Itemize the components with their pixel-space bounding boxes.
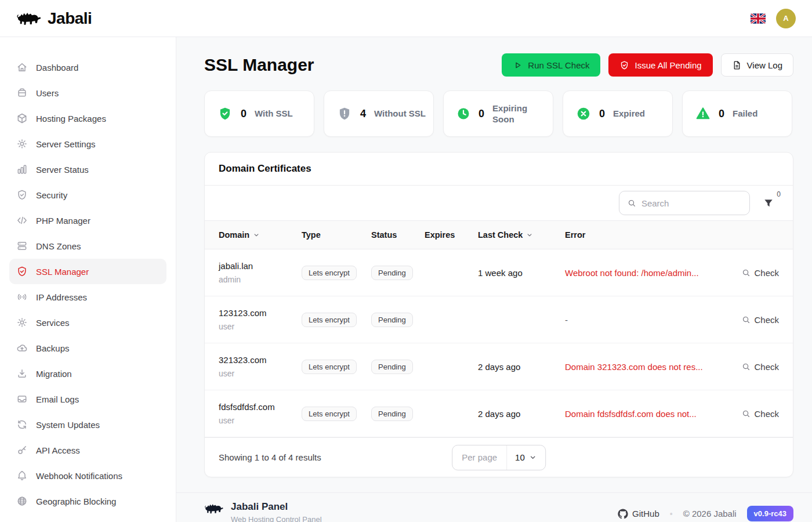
sidebar-item-webhook-notifications[interactable]: Webhook Notifications [9, 463, 166, 488]
sidebar-item-users[interactable]: Users [9, 80, 166, 106]
column-header-status: Status [371, 230, 425, 240]
stat-value: 4 [360, 108, 366, 120]
shield-icon [16, 189, 28, 201]
column-header-expires: Expires [425, 230, 478, 240]
page-title: SSL Manager [204, 55, 314, 75]
run-ssl-check-label: Run SSL Check [528, 60, 589, 70]
search-input[interactable] [641, 198, 741, 208]
check-button[interactable]: Check [715, 268, 779, 278]
boar-logo-icon [204, 501, 224, 516]
type-badge: Lets encrypt [302, 313, 357, 327]
sidebar-item-label: PHP Manager [36, 216, 90, 226]
bell-icon [16, 470, 28, 481]
sidebar-item-php-manager[interactable]: PHP Manager [9, 208, 166, 233]
sidebar-item-security[interactable]: Security [9, 182, 166, 208]
sidebar-item-label: Server Settings [36, 139, 96, 149]
key-icon [16, 444, 28, 456]
domain-user: user [219, 369, 302, 378]
type-badge: Lets encrypt [302, 266, 357, 280]
sidebar-item-server-status[interactable]: Server Status [9, 157, 166, 182]
sidebar-item-label: Hosting Packages [36, 114, 106, 124]
sidebar-item-dashboard[interactable]: Dashboard [9, 55, 166, 80]
sidebar-item-system-updates[interactable]: System Updates [9, 412, 166, 437]
stat-value: 0 [241, 108, 246, 120]
sidebar: Dashboard Users Hosting Packages Server … [0, 37, 176, 522]
chevron-down-icon [252, 231, 260, 239]
search-icon [742, 316, 751, 324]
search-icon [628, 198, 636, 208]
check-button[interactable]: Check [715, 362, 779, 372]
sidebar-item-ip-addresses[interactable]: IP Addresses [9, 284, 166, 310]
server-icon [16, 240, 28, 252]
gear-icon [16, 138, 28, 150]
sidebar-item-label: IP Addresses [36, 292, 87, 302]
shield-check-icon [16, 266, 28, 277]
home-icon [16, 61, 28, 73]
github-link[interactable]: GitHub [618, 509, 659, 519]
domain-name: 123123.com [219, 308, 302, 318]
table-row: jabali.lan admin Lets encrypt Pending 1 … [205, 249, 793, 296]
sidebar-item-label: Services [36, 318, 70, 328]
sidebar-item-label: Server Status [36, 165, 89, 175]
run-ssl-check-button[interactable]: Run SSL Check [502, 53, 600, 77]
check-button[interactable]: Check [715, 409, 779, 419]
stat-value: 0 [599, 108, 605, 120]
warning-triangle-icon [695, 106, 710, 121]
github-icon [618, 509, 628, 519]
sidebar-item-hosting-packages[interactable]: Hosting Packages [9, 106, 166, 131]
brand: Jabali [16, 9, 92, 28]
gear-icon [16, 317, 28, 328]
per-page-select[interactable]: Per page 10 [452, 445, 546, 470]
copyright-text: © 2026 Jabali [683, 509, 737, 519]
globe-icon [16, 495, 28, 507]
footer-brand-name: Jabali Panel [231, 501, 322, 513]
domain-user: user [219, 322, 302, 331]
sidebar-item-geographic-blocking[interactable]: Geographic Blocking [9, 488, 166, 514]
domain-certificates-card: Domain Certificates 0 Domain [204, 152, 793, 477]
sidebar-item-dns-zones[interactable]: DNS Zones [9, 233, 166, 259]
shield-check-icon [619, 60, 629, 70]
user-avatar[interactable]: A [776, 9, 796, 28]
view-log-label: View Log [747, 60, 782, 70]
brand-name: Jabali [48, 9, 92, 28]
sidebar-item-ssl-manager[interactable]: SSL Manager [9, 259, 166, 284]
check-button[interactable]: Check [715, 315, 779, 325]
sidebar-item-services[interactable]: Services [9, 310, 166, 335]
error-message: - [565, 315, 715, 325]
shield-check-icon [217, 106, 233, 121]
package-icon [16, 113, 28, 124]
sidebar-item-server-settings[interactable]: Server Settings [9, 131, 166, 157]
sidebar-item-email-logs[interactable]: Email Logs [9, 386, 166, 412]
boar-logo-icon [16, 9, 42, 28]
view-log-button[interactable]: View Log [721, 53, 793, 77]
table-row: fdsfsdfdsf.com user Lets encrypt Pending… [205, 390, 793, 437]
error-message: Webroot not found: /home/admin... [565, 268, 715, 278]
cloud-upload-icon [16, 342, 28, 354]
sidebar-item-backups[interactable]: Backups [9, 335, 166, 361]
column-header-domain[interactable]: Domain [219, 230, 302, 240]
sidebar-item-migration[interactable]: Migration [9, 361, 166, 386]
domain-name: fdsfsdfdsf.com [219, 402, 302, 412]
sidebar-item-label: API Access [36, 445, 80, 455]
sidebar-item-label: DNS Zones [36, 241, 81, 251]
x-circle-icon [576, 106, 591, 121]
column-header-last-check[interactable]: Last Check [478, 230, 565, 240]
issue-all-pending-button[interactable]: Issue All Pending [608, 53, 712, 77]
sidebar-item-label: Email Logs [36, 394, 79, 404]
error-message: Domain fdsfsdfdsf.com does not... [565, 409, 715, 419]
sidebar-item-api-access[interactable]: API Access [9, 437, 166, 463]
bar-chart-icon [16, 164, 28, 175]
card-title: Domain Certificates [219, 163, 779, 175]
inbox-icon [16, 393, 28, 405]
domain-name: jabali.lan [219, 261, 302, 271]
filter-button[interactable]: 0 [763, 197, 774, 211]
sidebar-item-label: Geographic Blocking [36, 496, 116, 506]
uk-flag-icon[interactable] [751, 13, 766, 24]
stat-label: Failed [733, 108, 757, 119]
chevron-down-icon [525, 231, 534, 239]
table-row: 321323.com user Lets encrypt Pending 2 d… [205, 343, 793, 390]
issue-all-pending-label: Issue All Pending [635, 60, 701, 70]
document-icon [732, 60, 742, 70]
results-summary: Showing 1 to 4 of 4 results [219, 452, 321, 462]
status-badge: Pending [371, 266, 413, 280]
